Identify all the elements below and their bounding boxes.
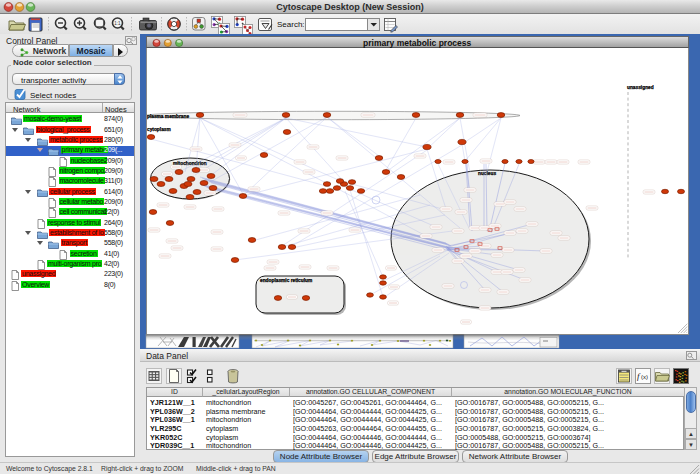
svg-text:(x): (x)	[641, 374, 648, 380]
svg-text:1:1: 1:1	[114, 21, 121, 26]
svg-text:Search:: Search:	[277, 20, 305, 29]
